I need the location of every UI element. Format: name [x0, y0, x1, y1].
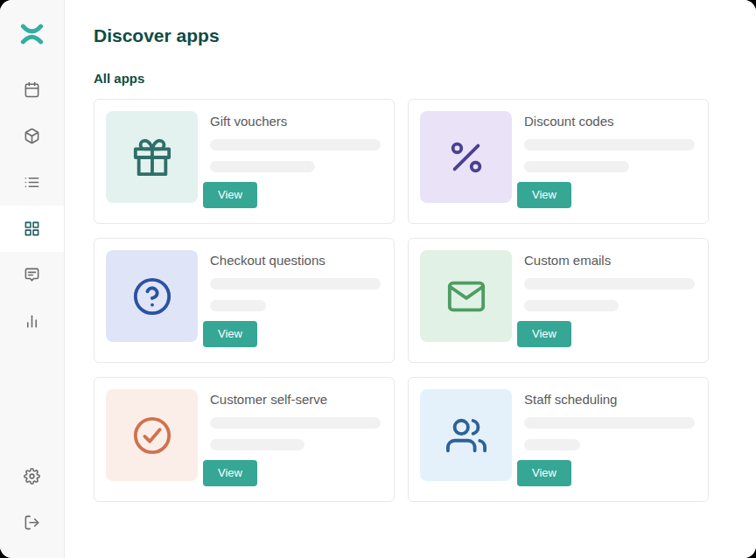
sidebar-item-grid[interactable]	[0, 206, 64, 252]
view-button[interactable]: View	[517, 182, 571, 208]
gift-icon	[132, 137, 172, 178]
app-card: Gift vouchers View	[94, 99, 395, 224]
sidebar-item-calendar[interactable]	[0, 66, 64, 113]
view-button[interactable]: View	[203, 460, 257, 486]
placeholder-bar	[524, 278, 695, 289]
message-icon	[24, 267, 40, 283]
view-button[interactable]: View	[203, 321, 257, 347]
placeholder-bar	[210, 161, 315, 172]
brand-logo-icon	[20, 24, 44, 45]
app-card-body: Staff scheduling View	[512, 389, 696, 490]
sidebar-item-bar-chart[interactable]	[0, 298, 64, 345]
app-icon-tile	[420, 250, 512, 342]
placeholder-bar	[524, 139, 695, 150]
app-title: Gift vouchers	[210, 113, 287, 130]
sidebar-item-logout[interactable]	[0, 499, 64, 546]
placeholder-bar	[210, 278, 381, 289]
apps-grid: Gift vouchers View Discount codes View C…	[94, 99, 756, 502]
app-card: Checkout questions View	[94, 238, 395, 363]
main-content: Discover apps All apps Gift vouchers Vie…	[65, 0, 756, 558]
view-button[interactable]: View	[517, 321, 571, 347]
app-card: Staff scheduling View	[408, 377, 709, 502]
placeholder-bar	[210, 139, 381, 150]
app-title: Customer self-serve	[210, 391, 327, 408]
placeholder-bar	[210, 417, 381, 429]
placeholder-bar	[210, 439, 304, 450]
box-icon	[24, 128, 40, 144]
mail-icon	[446, 276, 486, 317]
view-button[interactable]: View	[517, 460, 571, 486]
calendar-icon	[24, 81, 40, 98]
app-window: Discover apps All apps Gift vouchers Vie…	[0, 0, 756, 558]
placeholder-bar	[524, 161, 629, 172]
bar-chart-icon	[24, 313, 40, 330]
percent-icon	[446, 137, 486, 178]
gear-icon	[24, 468, 40, 485]
sidebar-nav-bottom	[0, 453, 64, 558]
app-icon-tile	[106, 111, 198, 203]
section-title: All apps	[94, 72, 756, 86]
app-card: Discount codes View	[408, 99, 709, 224]
sidebar-item-message[interactable]	[0, 252, 64, 298]
logout-icon	[24, 514, 40, 531]
app-icon-tile	[420, 111, 512, 203]
sidebar-item-list[interactable]	[0, 159, 64, 206]
brand-logo[interactable]	[0, 0, 64, 45]
app-card-body: Custom emails View	[512, 250, 696, 351]
app-card: Custom emails View	[408, 238, 709, 363]
sidebar-item-box[interactable]	[0, 113, 64, 159]
grid-icon	[24, 220, 40, 237]
placeholder-bar	[210, 300, 266, 311]
sidebar-item-gear[interactable]	[0, 453, 64, 499]
placeholder-bar	[524, 439, 580, 450]
placeholder-bar	[524, 417, 695, 429]
app-card: Customer self-serve View	[94, 377, 395, 502]
app-icon-tile	[420, 389, 512, 481]
app-title: Discount codes	[524, 113, 614, 130]
list-icon	[24, 174, 40, 191]
app-title: Staff scheduling	[524, 391, 617, 408]
page-title: Discover apps	[94, 26, 756, 45]
question-circle-icon	[132, 276, 172, 317]
app-title: Checkout questions	[210, 252, 326, 269]
app-card-body: Gift vouchers View	[198, 111, 382, 212]
app-icon-tile	[106, 250, 198, 342]
app-card-body: Customer self-serve View	[198, 389, 382, 490]
view-button[interactable]: View	[203, 182, 257, 208]
app-card-body: Discount codes View	[512, 111, 696, 212]
check-circle-icon	[132, 415, 172, 456]
placeholder-bar	[524, 300, 619, 311]
app-icon-tile	[106, 389, 198, 481]
sidebar-nav	[0, 66, 64, 345]
sidebar	[0, 0, 65, 558]
app-card-body: Checkout questions View	[198, 250, 382, 351]
users-icon	[446, 415, 486, 456]
app-title: Custom emails	[524, 252, 611, 269]
